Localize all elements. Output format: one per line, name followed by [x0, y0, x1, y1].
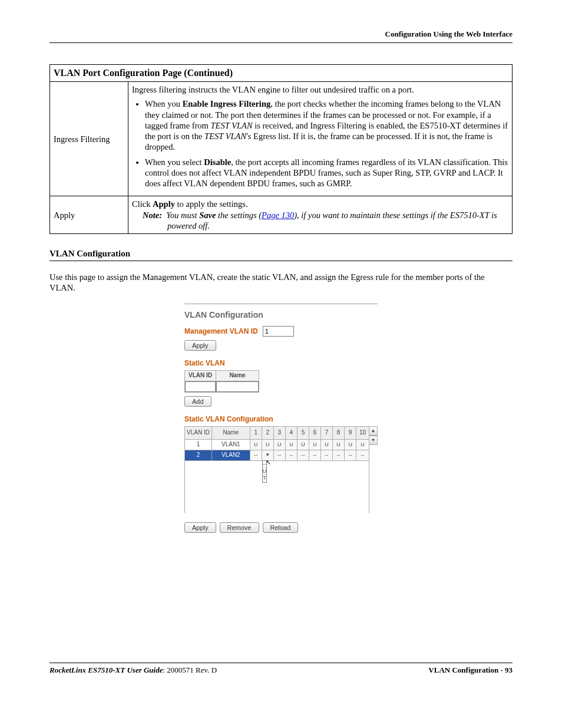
svc-table: VLAN ID Name 1 2 3 4 5 6 7 8 9 10 1 VLAN…	[184, 426, 369, 513]
th-name: Name	[216, 371, 259, 381]
vlan-port-config-table: VLAN Port Configuration Page (Continued)…	[49, 64, 513, 234]
th-vlanid: VLAN ID	[185, 371, 216, 381]
row-label-ingress: Ingress Filtering	[50, 82, 128, 196]
svc-empty-area	[185, 460, 369, 513]
row-content-apply: Click Apply to apply the settings. Note:…	[128, 196, 513, 233]
vlan-config-screenshot: VLAN Configuration Management VLAN ID Ap…	[184, 304, 378, 533]
ingress-intro: Ingress filtering instructs the VLAN eng…	[132, 84, 508, 95]
add-name-input[interactable]	[216, 381, 259, 392]
svc-th-vlanid: VLAN ID	[185, 426, 212, 439]
svc-row-2[interactable]: 2 VLAN2 -- ▼ -- U T ↖ -- -- -- -- -- --	[185, 450, 369, 460]
apply-button-mgmt[interactable]: Apply	[184, 340, 216, 351]
mgmt-vlan-label: Management VLAN ID	[184, 327, 258, 336]
scroll-up-icon[interactable]: ▲	[369, 427, 377, 436]
footer-left: RocketLinx ES7510-XT User Guide: 2000571…	[49, 666, 217, 675]
section-heading: VLAN Configuration	[49, 248, 513, 259]
svc-th-name: Name	[211, 426, 250, 439]
static-vlan-heading: Static VLAN	[184, 359, 378, 368]
svc-scrollbar[interactable]: ▲ ▼	[369, 426, 378, 445]
dd-opt-dash[interactable]: --	[263, 461, 267, 468]
row-content-ingress: Ingress filtering instructs the VLAN eng…	[128, 82, 513, 196]
svc-row-1[interactable]: 1 VLAN1 U U U U U U U U U U	[185, 439, 369, 450]
port-dropdown-cell[interactable]: ▼ -- U T ↖	[262, 450, 273, 460]
apply-line: Click Apply to apply the settings.	[132, 199, 508, 209]
table-caption: VLAN Port Configuration Page (Continued)	[50, 65, 513, 82]
ss-title: VLAN Configuration	[184, 310, 378, 321]
page-link[interactable]: Page 130	[262, 210, 294, 220]
dd-opt-u[interactable]: U	[263, 468, 267, 475]
remove-button[interactable]: Remove	[220, 522, 259, 533]
static-vlan-add-table: VLAN ID Name	[184, 370, 259, 393]
add-vlanid-input[interactable]	[185, 381, 216, 392]
row-label-apply: Apply	[50, 196, 128, 233]
svc-heading: Static VLAN Configuration	[184, 415, 378, 424]
scroll-down-icon[interactable]: ▼	[369, 436, 377, 444]
reload-button[interactable]: Reload	[263, 522, 299, 533]
dd-opt-t[interactable]: T	[263, 475, 267, 482]
footer-right: VLAN Configuration - 93	[428, 666, 513, 675]
section-rule	[49, 261, 513, 261]
apply-button-svc[interactable]: Apply	[184, 522, 216, 533]
ingress-bullet-enable: When you Enable Ingress Filtering, the p…	[145, 98, 508, 152]
add-button[interactable]: Add	[184, 396, 211, 407]
apply-note: Note: You must Save the settings (Page 1…	[157, 210, 508, 231]
running-header: Configuration Using the Web Interface	[49, 29, 513, 43]
section-intro: Use this page to assign the Management V…	[49, 272, 513, 293]
ingress-bullet-disable: When you select Disable, the port accept…	[145, 157, 508, 189]
mgmt-vlan-input[interactable]	[263, 326, 294, 337]
page-footer: RocketLinx ES7510-XT User Guide: 2000571…	[49, 663, 513, 675]
